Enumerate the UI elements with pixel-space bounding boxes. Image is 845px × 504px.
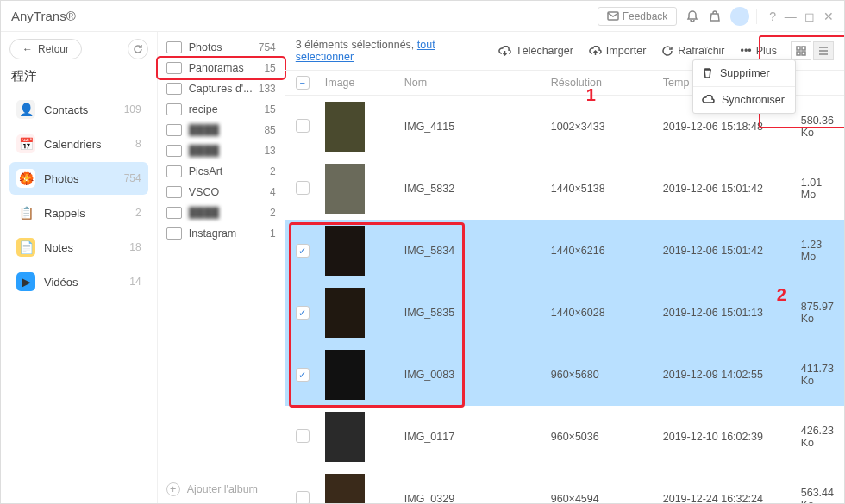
nav-count: 18 [129, 241, 141, 253]
album-item[interactable]: Captures d'... 133 [158, 78, 285, 99]
album-item[interactable]: Panoramas 15 [158, 58, 285, 78]
trash-icon [702, 67, 713, 79]
refresh-toolbar-button[interactable]: Rafraîchir [661, 45, 724, 57]
thumbnail [325, 474, 365, 504]
row-size: 426.23 Ko [801, 425, 834, 449]
row-checkbox[interactable] [296, 491, 310, 505]
nav-item-calendriers[interactable]: 📅 Calendriers 8 [9, 128, 148, 160]
nav-item-photos[interactable]: 🏵️ Photos 754 [9, 162, 148, 195]
nav-label: Vidéos [44, 276, 129, 289]
album-count: 85 [264, 124, 275, 136]
row-nom: IMG_0329 [404, 493, 551, 504]
refresh-button[interactable] [128, 39, 148, 59]
nav-item-rappels[interactable]: 📋 Rappels 2 [9, 196, 148, 229]
album-label: Photos [189, 41, 259, 53]
nav-label: Calendriers [44, 138, 135, 151]
row-nom: IMG_5834 [404, 245, 551, 257]
album-icon [166, 165, 182, 177]
nav-item-vidéos[interactable]: ▶ Vidéos 14 [9, 265, 148, 298]
import-button[interactable]: Importer [589, 45, 647, 57]
album-item[interactable]: recipe 15 [158, 99, 285, 120]
nav-icon: 📄 [16, 238, 35, 257]
refresh-icon [661, 45, 673, 57]
cloud-upload-icon [589, 46, 602, 57]
table-row[interactable]: IMG_5832 1440×5138 2019-12-06 15:01:42 1… [285, 158, 844, 220]
header-image[interactable]: Image [325, 77, 404, 89]
table-row[interactable]: IMG_0117 960×5036 2019-12-10 16:02:39 42… [285, 406, 844, 468]
row-checkbox[interactable] [296, 181, 310, 195]
table-row[interactable]: ✓ IMG_5834 1440×6216 2019-12-06 15:01:42… [285, 220, 844, 282]
mail-icon [607, 11, 619, 21]
header-nom[interactable]: Nom [404, 77, 551, 89]
sync-menuitem[interactable]: Synchroniser [693, 87, 795, 113]
close-button[interactable]: ✕ [823, 9, 834, 23]
row-checkbox[interactable] [296, 119, 310, 133]
album-icon [166, 227, 182, 240]
album-label: ████ [189, 124, 265, 136]
delete-menuitem[interactable]: Supprimer [693, 60, 795, 87]
feedback-button[interactable]: Feedback [598, 7, 677, 26]
minimize-button[interactable]: — [785, 9, 797, 23]
album-icon [166, 207, 182, 219]
table-row[interactable]: ✓ IMG_5835 1440×6028 2019-12-06 15:01:13… [285, 282, 844, 344]
table-row[interactable]: ✓ IMG_0083 960×5680 2019-12-09 14:02:55 … [285, 344, 844, 406]
refresh-icon [133, 44, 143, 54]
row-resolution: 960×5680 [551, 369, 663, 381]
thumbnail [325, 288, 365, 338]
row-nom: IMG_5832 [404, 183, 551, 195]
row-checkbox[interactable] [296, 429, 310, 443]
thumbnail [325, 226, 365, 276]
row-resolution: 1440×5138 [551, 183, 663, 195]
album-count: 133 [259, 83, 276, 95]
table-row[interactable]: IMG_0329 960×4594 2019-12-24 16:32:24 56… [285, 468, 844, 504]
more-button[interactable]: ••• Plus [741, 45, 777, 57]
more-dropdown: Supprimer Synchroniser [692, 59, 796, 114]
nav-icon: 🏵️ [16, 169, 35, 188]
albums-column: Photos 754 Panoramas 15 Captures d'... 1… [158, 32, 285, 504]
thumbnail [325, 102, 365, 152]
row-resolution: 960×4594 [551, 493, 663, 504]
album-count: 4 [270, 186, 276, 198]
album-item[interactable]: ████ 2 [158, 202, 285, 223]
download-button[interactable]: Télécharger [498, 45, 573, 57]
add-album-button[interactable]: + Ajouter l'album [166, 482, 258, 496]
arrow-left-icon: ← [22, 43, 33, 55]
album-item[interactable]: ████ 85 [158, 120, 285, 140]
left-nav: ← Retour 程洋 👤 Contacts 109📅 Calendriers … [1, 32, 158, 504]
nav-icon: 📋 [16, 203, 35, 222]
nav-item-notes[interactable]: 📄 Notes 18 [9, 231, 148, 264]
main-area: ← Retour 程洋 👤 Contacts 109📅 Calendriers … [1, 32, 844, 504]
help-button[interactable]: ? [769, 9, 776, 23]
row-checkbox[interactable]: ✓ [296, 368, 310, 382]
row-resolution: 1002×3433 [551, 121, 663, 133]
thumbnail [325, 412, 365, 462]
row-time: 2019-12-06 15:18:48 [663, 121, 801, 133]
back-button[interactable]: ← Retour [9, 39, 82, 59]
album-count: 2 [270, 165, 276, 177]
row-size: 563.44 Ko [801, 487, 834, 504]
album-item[interactable]: Instagram 1 [158, 223, 285, 244]
album-label: VSCO [189, 186, 270, 198]
row-resolution: 1440×6028 [551, 307, 663, 319]
album-item[interactable]: VSCO 4 [158, 182, 285, 202]
album-icon [166, 83, 182, 95]
album-count: 1 [270, 227, 276, 240]
album-item[interactable]: ████ 13 [158, 140, 285, 161]
list-view-button[interactable] [813, 41, 834, 60]
album-item[interactable]: Photos 754 [158, 37, 285, 58]
nav-item-contacts[interactable]: 👤 Contacts 109 [9, 93, 148, 126]
select-all-checkbox[interactable]: − [296, 76, 310, 90]
nav-label: Notes [44, 241, 129, 254]
maximize-button[interactable]: ◻ [804, 9, 815, 23]
album-item[interactable]: PicsArt 2 [158, 161, 285, 182]
row-size: 411.73 Ko [801, 363, 834, 387]
user-avatar[interactable] [730, 7, 749, 26]
shop-button[interactable] [708, 9, 722, 23]
header-resolution[interactable]: Résolution [551, 77, 663, 89]
row-checkbox[interactable]: ✓ [296, 306, 310, 320]
row-nom: IMG_4115 [404, 121, 551, 133]
row-checkbox[interactable]: ✓ [296, 244, 310, 258]
album-count: 15 [264, 103, 275, 115]
notification-button[interactable] [685, 9, 699, 23]
grid-view-button[interactable] [791, 41, 811, 60]
